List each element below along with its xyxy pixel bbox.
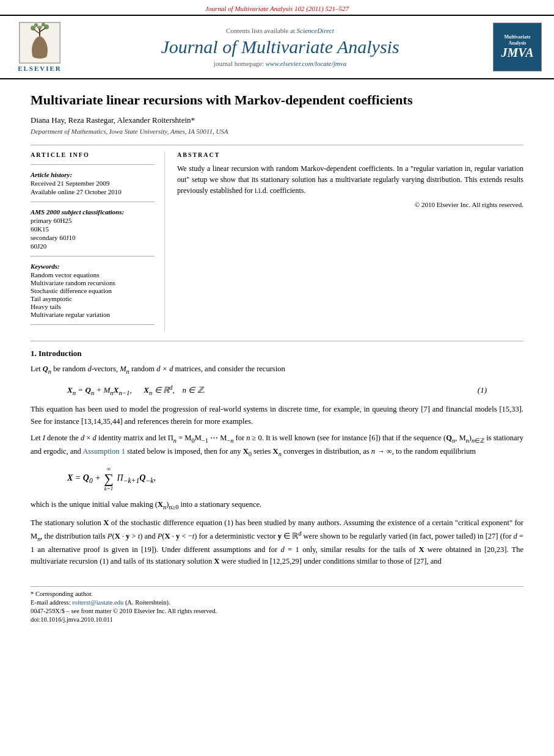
header-divider — [31, 145, 523, 145]
svg-point-10 — [42, 23, 45, 26]
paper-title: Multivariate linear recursions with Mark… — [31, 92, 523, 109]
footnote-star: * Corresponding author. — [31, 591, 523, 597]
journal-info-center: Contents lists available at ScienceDirec… — [77, 27, 483, 67]
svg-point-7 — [31, 26, 35, 31]
info-divider-4 — [31, 324, 155, 325]
secondary-class-1: secondary 60J10 — [31, 234, 155, 241]
math-Qn: Qn — [43, 365, 51, 373]
intro-para3: Let I denote the d × d identity matrix a… — [31, 432, 523, 459]
jmva-logo: MultivariateAnalysis JMVA — [493, 23, 542, 71]
article-info-column: Article Info Article history: Received 2… — [31, 151, 165, 331]
body-section: 1. Introduction Let Qn be random d-vecto… — [31, 349, 523, 568]
info-divider-3 — [31, 256, 155, 256]
contents-available-line: Contents lists available at ScienceDirec… — [77, 27, 483, 34]
footnote-email-address[interactable]: roiterst@iastate.edu — [72, 599, 123, 606]
keyword-3: Stochastic difference equation — [31, 287, 155, 294]
section-1-title: 1. Introduction — [31, 349, 523, 358]
footnote-issn: 0047-259X/$ – see front matter © 2010 El… — [31, 608, 523, 614]
body-divider — [31, 341, 523, 341]
ams-header: AMS 2000 subject classifications: — [31, 208, 155, 216]
abstract-column: Abstract We study a linear recursion wit… — [177, 151, 523, 331]
homepage-line: journal homepage: www.elsevier.com/locat… — [77, 60, 483, 67]
keyword-1: Random vector equations — [31, 271, 155, 278]
intro-para1: Let Qn be random d-vectors, Mn random d … — [31, 363, 523, 377]
journal-header: ELSEVIER Contents lists available at Sci… — [0, 15, 554, 79]
homepage-url[interactable]: www.elsevier.com/locate/jmva — [266, 60, 346, 67]
available-date: Available online 27 October 2010 — [31, 188, 155, 195]
authors-line: Diana Hay, Reza Rastegar, Alexander Roit… — [31, 115, 523, 125]
equation-2: X = Q0 + ∞ ∑ k=1 Π−k+1Q−k, — [67, 466, 487, 492]
elsevier-tree-image — [19, 22, 60, 64]
jmva-journal-text: MultivariateAnalysis — [504, 34, 530, 46]
intro-para5: The stationary solution X of the stochas… — [31, 517, 523, 568]
info-divider-2 — [31, 202, 155, 202]
intro-para4: which is the unique initial value making… — [31, 499, 523, 512]
keywords-list: Random vector equations Multivariate ran… — [31, 271, 155, 318]
jmva-abbr-text: JMVA — [501, 46, 534, 60]
math-dim: d × d — [156, 365, 173, 373]
primary-class-1: primary 60H25 — [31, 217, 155, 224]
received-date: Received 21 September 2009 — [31, 180, 155, 187]
abstract-text: We study a linear recursion with random … — [177, 163, 523, 196]
journal-title: Journal of Multivariate Analysis — [77, 37, 483, 57]
equation-1: Xn = Qn + MnXn−1, Xn ∈ ℝd, n ∈ ℤ. (1) — [67, 383, 487, 396]
abstract-header: Abstract — [177, 151, 523, 158]
math-Mn: Mn — [120, 365, 129, 373]
sciencedirect-link[interactable]: ScienceDirect — [297, 27, 334, 34]
keyword-2: Multivariate random recursions — [31, 279, 155, 286]
equation-1-label: (1) — [478, 385, 487, 395]
intro-para2: This equation has been used to model the… — [31, 404, 523, 427]
info-divider-1 — [31, 164, 155, 165]
equation-1-content: Xn = Qn + MnXn−1, Xn ∈ ℝd, n ∈ ℤ. — [67, 383, 205, 396]
keyword-5: Heavy tails — [31, 303, 155, 310]
equation-2-content: X = Q0 + ∞ ∑ k=1 Π−k+1Q−k, — [67, 466, 156, 492]
footnote-doi: doi:10.1016/j.jmva.2010.10.011 — [31, 616, 523, 623]
main-content: Multivariate linear recursions with Mark… — [0, 79, 554, 637]
math-d: d — [87, 365, 91, 373]
footnote-email: E-mail address: roiterst@iastate.edu (A.… — [31, 599, 523, 606]
history-header: Article history: — [31, 171, 155, 178]
affiliation-line: Department of Mathematics, Iowa State Un… — [31, 128, 523, 135]
copyright-notice: © 2010 Elsevier Inc. All rights reserved… — [177, 201, 523, 208]
info-abstract-columns: Article Info Article history: Received 2… — [31, 151, 523, 331]
elsevier-logo: ELSEVIER — [12, 22, 67, 72]
article-info-header: Article Info — [31, 151, 155, 158]
primary-class-2: 60K15 — [31, 225, 155, 233]
svg-point-9 — [34, 23, 38, 27]
svg-point-11 — [38, 26, 42, 29]
assumption-1-link[interactable]: Assumption 1 — [82, 447, 125, 456]
elsevier-wordmark: ELSEVIER — [18, 65, 62, 72]
journal-reference: Journal of Multivariate Analysis 102 (20… — [0, 0, 554, 15]
keyword-4: Tail asymptotic — [31, 295, 155, 302]
keyword-6: Multivariate regular variation — [31, 311, 155, 318]
secondary-class-2: 60J20 — [31, 242, 155, 250]
keywords-header: Keywords: — [31, 263, 155, 270]
footnote-section: * Corresponding author. E-mail address: … — [31, 586, 523, 623]
